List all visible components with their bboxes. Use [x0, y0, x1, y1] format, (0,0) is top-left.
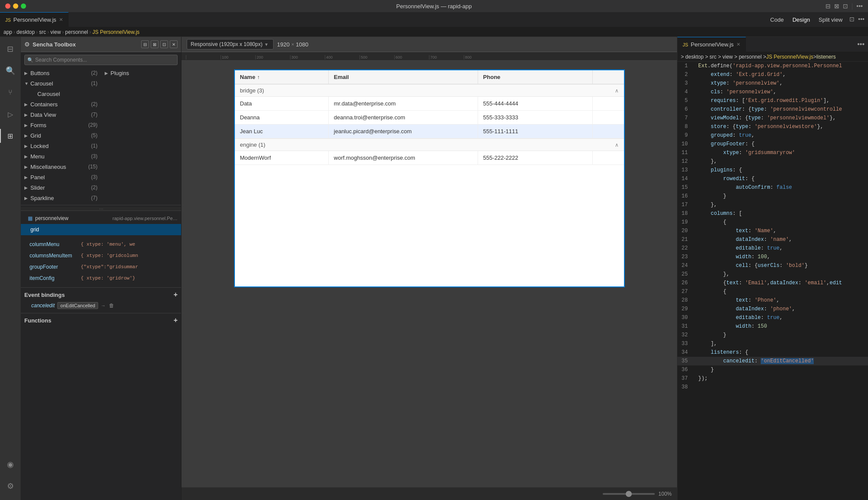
- toolbox-close-btn[interactable]: ✕: [170, 40, 178, 48]
- list-item-personnelview[interactable]: ▦ personnelview rapid-app.view.personnel…: [21, 213, 181, 224]
- tree-item-slider[interactable]: ▶ Slider (2): [21, 182, 101, 193]
- activity-account[interactable]: ◉: [0, 454, 21, 475]
- divider: [21, 313, 181, 313]
- tree-item-forms[interactable]: ▶ Forms (29): [21, 120, 101, 130]
- code-btn[interactable]: Code: [767, 16, 787, 24]
- grid-row-deanna[interactable]: Deanna deanna.troi@enterprise.com 555-33…: [235, 111, 624, 125]
- activity-run[interactable]: ▷: [0, 104, 21, 125]
- event-navigate-icon[interactable]: →: [101, 303, 106, 308]
- event-value-box[interactable]: onEditCancelled: [57, 302, 98, 309]
- bc-desktop[interactable]: desktop: [17, 29, 35, 35]
- col-header-name[interactable]: Name ↑: [235, 70, 329, 84]
- toolbox-layout-btn-2[interactable]: ⊠: [151, 40, 158, 48]
- toolbox-layout-btn-1[interactable]: ⊟: [141, 40, 149, 48]
- activity-extensions[interactable]: ⊞: [0, 125, 21, 146]
- more-options-icon[interactable]: •••: [858, 16, 865, 24]
- bc-app[interactable]: app: [3, 29, 12, 35]
- group-toggle-icon[interactable]: ∧: [615, 88, 619, 94]
- tree-item-sparkline[interactable]: ▶ Sparkline (7): [21, 193, 101, 203]
- cell-email: deanna.troi@enterprise.com: [329, 111, 478, 124]
- prop-row-columnsmenuitem[interactable]: columnsMenuItem { xtype: 'gridcolumn: [21, 250, 181, 261]
- tree-item-buttons[interactable]: ▶ Buttons (2): [21, 68, 101, 78]
- more-icon[interactable]: •••: [856, 3, 863, 10]
- tab-personnelview[interactable]: JS PersonnelView.js ✕: [0, 12, 69, 27]
- line-number: 26: [677, 279, 695, 287]
- code-line-1: 1 Ext.define('rapid-app.view.personnel.P…: [677, 62, 868, 70]
- tree-item-misc[interactable]: ▶ Miscellaneous (15): [21, 161, 101, 172]
- grid-row-data[interactable]: Data mr.data@enterprise.com 555-444-4444: [235, 97, 624, 111]
- col-header-phone[interactable]: Phone: [478, 70, 593, 84]
- line-content: cls: 'personnelview',: [695, 88, 868, 96]
- line-content: {: [695, 218, 868, 227]
- maximize-button[interactable]: [21, 3, 26, 9]
- grid-group-bridge[interactable]: bridge (3) ∧: [235, 84, 624, 97]
- tree-item-containers[interactable]: ▶ Containers (2): [21, 99, 101, 109]
- code-line-5: 5 requires: ['Ext.grid.rowedit.Plugin'],: [677, 96, 868, 105]
- zoom-thumb[interactable]: [626, 491, 632, 497]
- toolbox-layout-btn-3[interactable]: ⊡: [160, 40, 168, 48]
- left-panel: ⚙ Sencha Toolbox ⊟ ⊠ ⊡ ✕ 🔍 ▶ Buttons: [21, 37, 182, 500]
- tab-close-button[interactable]: ✕: [59, 17, 63, 23]
- tree-item-grid[interactable]: ▶ Grid (5): [21, 130, 101, 141]
- design-btn[interactable]: Design: [789, 16, 813, 24]
- layout-icon-3[interactable]: ⊡: [843, 3, 848, 10]
- activity-source-control[interactable]: ⑂: [0, 82, 21, 103]
- code-line-34: 34 listeners: {: [677, 348, 868, 357]
- item-label: Locked: [30, 143, 91, 149]
- prop-row-columnmenu[interactable]: columnMenu { xtype: 'menu', we: [21, 239, 181, 250]
- right-tab-personnelview[interactable]: JS PersonnelView.js ✕: [677, 37, 746, 52]
- minimize-button[interactable]: [13, 3, 18, 9]
- bc-personnel[interactable]: personnel: [65, 29, 88, 35]
- group-toggle-icon[interactable]: ∧: [615, 142, 619, 148]
- tree-item-plugins[interactable]: ▶ Plugins: [101, 68, 182, 78]
- bc-file[interactable]: JS PersonnelView.js: [92, 29, 140, 35]
- item-count: (5): [91, 132, 98, 138]
- line-number: 4: [677, 88, 695, 96]
- responsive-select[interactable]: Responsive (1920px x 1080px) ▼: [187, 39, 274, 49]
- carousel-child-label: Carousel: [37, 91, 98, 97]
- line-number: 17: [677, 201, 695, 209]
- layout-toggle-icon[interactable]: ⊡: [849, 16, 855, 24]
- cell-phone: 555-444-4444: [478, 97, 593, 110]
- toolbox-icons: ⊟ ⊠ ⊡ ✕: [141, 40, 178, 48]
- item-label: Sparkline: [30, 195, 91, 201]
- grid-row-jeanluc[interactable]: Jean Luc jeanluc.picard@enterprise.com 5…: [235, 125, 624, 138]
- resize-handle[interactable]: ⋯: [21, 207, 181, 211]
- search-input[interactable]: [35, 57, 175, 63]
- col-header-email[interactable]: Email: [329, 70, 478, 84]
- height-value: 1080: [296, 41, 308, 48]
- prop-row-itemconfig[interactable]: itemConfig { xtype: 'gridrow'}: [21, 273, 181, 284]
- tree-item-carousel[interactable]: ▼ Carousel (1): [21, 78, 101, 89]
- layout-icon-1[interactable]: ⊟: [825, 3, 831, 10]
- event-delete-icon[interactable]: 🗑: [109, 303, 114, 309]
- bc-src[interactable]: src: [39, 29, 46, 35]
- zoom-slider[interactable]: [603, 493, 655, 495]
- tree-item-menu[interactable]: ▶ Menu (3): [21, 151, 101, 161]
- event-bindings-label: Event bindings: [24, 292, 65, 298]
- item-label: Grid: [30, 132, 91, 139]
- bc-view[interactable]: view: [50, 29, 61, 35]
- layout-icon-2[interactable]: ⊠: [834, 3, 839, 10]
- right-tab-close[interactable]: ✕: [736, 42, 740, 47]
- tree-col-left: ▶ Buttons (2) ▼ Carousel (1) Carousel: [21, 68, 101, 203]
- add-function-button[interactable]: +: [174, 316, 178, 324]
- tree-item-panel[interactable]: ▶ Panel (3): [21, 172, 101, 182]
- activity-settings[interactable]: ⚙: [0, 476, 21, 497]
- tree-item-locked[interactable]: ▶ Locked (1): [21, 141, 101, 151]
- grid-group-engine[interactable]: engine (1) ∧: [235, 138, 624, 151]
- grid-row-modernworf[interactable]: ModernWorf worf.moghsson@enterprise.com …: [235, 151, 624, 165]
- list-item-grid[interactable]: grid: [21, 224, 181, 235]
- split-view-btn[interactable]: Split view: [815, 16, 846, 24]
- search-box[interactable]: 🔍: [24, 55, 178, 65]
- prop-row-groupfooter[interactable]: groupFooter {"xtype":"gridsummar: [21, 261, 181, 273]
- tree-item-carousel-child[interactable]: Carousel: [21, 89, 101, 99]
- add-event-binding-button[interactable]: +: [174, 291, 178, 299]
- event-row-canceledit[interactable]: canceledit onEditCancelled → 🗑: [21, 300, 181, 311]
- close-button[interactable]: [5, 3, 10, 9]
- activity-explorer[interactable]: ⊟: [0, 39, 21, 59]
- tree-item-dataview[interactable]: ▶ Data View (7): [21, 109, 101, 120]
- right-tab-actions[interactable]: •••: [857, 40, 868, 48]
- prop-name: groupFooter: [30, 264, 77, 270]
- dimension-separator: ×: [291, 42, 294, 47]
- activity-search[interactable]: 🔍: [0, 60, 21, 81]
